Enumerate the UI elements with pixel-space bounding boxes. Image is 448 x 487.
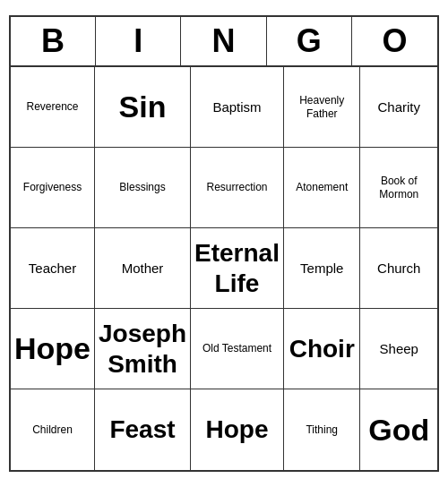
header-letter-g: G [267,17,352,65]
bingo-cell-22[interactable]: Hope [191,389,284,470]
bingo-cell-19[interactable]: Sheep [360,309,437,389]
bingo-cell-20[interactable]: Children [11,389,95,470]
header-letter-o: O [352,17,437,65]
bingo-cell-1[interactable]: Sin [95,67,191,148]
bingo-cell-7[interactable]: Resurrection [191,148,284,228]
bingo-cell-13[interactable]: Temple [284,228,361,309]
bingo-cell-10[interactable]: Teacher [11,228,95,309]
bingo-cell-4[interactable]: Charity [360,67,437,148]
header-letter-b: B [11,17,96,65]
bingo-cell-24[interactable]: God [360,389,437,470]
bingo-cell-15[interactable]: Hope [11,309,95,389]
bingo-grid: ReverenceSinBaptismHeavenly FatherCharit… [11,67,437,470]
bingo-cell-8[interactable]: Atonement [284,148,361,228]
header-letter-i: I [96,17,181,65]
bingo-cell-23[interactable]: Tithing [284,389,361,470]
header-letter-n: N [181,17,266,65]
bingo-header: BINGO [11,17,437,67]
bingo-cell-9[interactable]: Book of Mormon [360,148,437,228]
bingo-cell-17[interactable]: Old Testament [191,309,284,389]
bingo-cell-12[interactable]: Eternal Life [191,228,284,309]
bingo-card: BINGO ReverenceSinBaptismHeavenly Father… [9,15,439,472]
bingo-cell-11[interactable]: Mother [95,228,191,309]
bingo-cell-3[interactable]: Heavenly Father [284,67,361,148]
bingo-cell-18[interactable]: Choir [284,309,361,389]
bingo-cell-6[interactable]: Blessings [95,148,191,228]
bingo-cell-2[interactable]: Baptism [191,67,284,148]
bingo-cell-16[interactable]: Joseph Smith [95,309,191,389]
bingo-cell-0[interactable]: Reverence [11,67,95,148]
bingo-cell-14[interactable]: Church [360,228,437,309]
bingo-cell-21[interactable]: Feast [95,389,191,470]
bingo-cell-5[interactable]: Forgiveness [11,148,95,228]
